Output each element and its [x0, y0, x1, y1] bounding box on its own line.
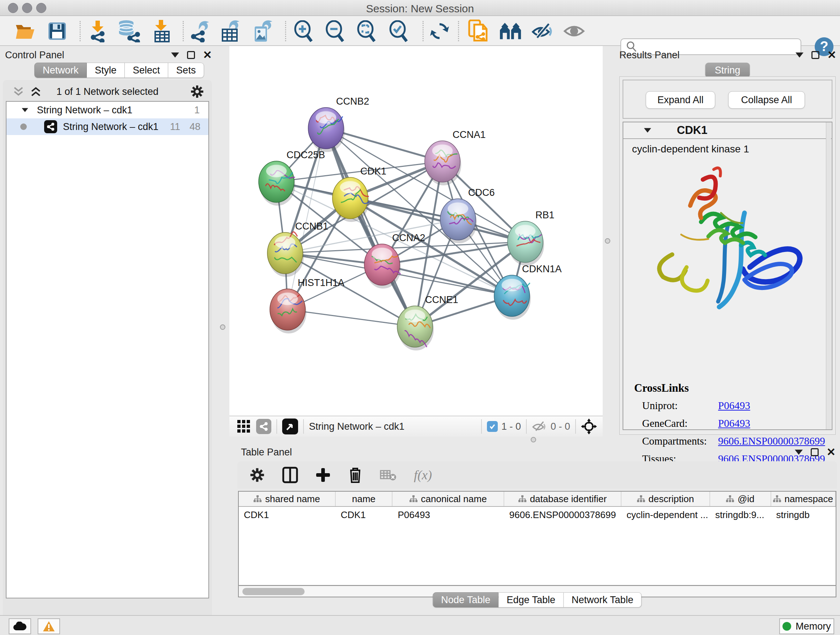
network-collection-row[interactable]: String Network – cdk1 1 [6, 102, 208, 119]
tab-node-table[interactable]: Node Table [433, 592, 499, 608]
import-network-from-database-icon[interactable] [117, 20, 140, 42]
cdk1-expander-icon[interactable] [644, 128, 651, 133]
results-scrollbar[interactable] [826, 122, 831, 429]
table-cell[interactable]: CDK1 [336, 507, 393, 523]
gene-name: CDK1 [677, 124, 707, 137]
table-cell[interactable]: cyclin-dependent ... [622, 507, 710, 523]
collapse-results-icon[interactable] [796, 52, 804, 57]
table-cell[interactable]: P06493 [393, 507, 504, 523]
node-CCNA1[interactable]: CCNA1 [425, 129, 486, 185]
create-column-plus-icon[interactable] [316, 467, 331, 483]
table-cell[interactable]: 9606.ENSP00000378699 [504, 507, 622, 523]
table-options-gear-icon[interactable] [249, 467, 265, 483]
export-network-icon[interactable] [188, 20, 211, 42]
zoom-fit-icon[interactable] [355, 20, 378, 42]
edge-HIST1H1A-CCNE1[interactable] [287, 310, 415, 326]
hide-selected-icon[interactable] [531, 20, 554, 42]
node-label-CCNB1: CCNB1 [295, 221, 328, 232]
save-session-icon[interactable] [46, 20, 69, 42]
node-CCNA2[interactable]: CCNA2 [364, 233, 425, 288]
cloud-status-button[interactable] [9, 618, 31, 634]
memory-button[interactable]: Memory [779, 618, 834, 634]
tab-edge-table[interactable]: Edge Table [499, 592, 564, 608]
column-header-label: shared name [265, 494, 320, 505]
tab-sets[interactable]: Sets [168, 63, 204, 78]
copy-network-icon[interactable] [467, 20, 490, 42]
collapse-panel-icon[interactable] [171, 52, 179, 57]
node-CCNB2[interactable]: CCNB2 [308, 96, 369, 152]
tab-network[interactable]: Network [34, 63, 87, 78]
float-table-icon[interactable] [811, 448, 819, 456]
cdk1-card-header[interactable]: CDK1 [623, 122, 832, 139]
node-CDC25B[interactable]: CDC25B [259, 149, 325, 206]
tab-network-table[interactable]: Network Table [564, 592, 642, 608]
export-image-icon[interactable] [251, 20, 274, 42]
table-row[interactable]: CDK1CDK1P064939606.ENSP00000378699cyclin… [239, 507, 836, 523]
table-cell[interactable]: stringdb [771, 507, 836, 523]
zoom-selected-icon[interactable] [387, 20, 411, 42]
close-results-icon[interactable]: ✕ [827, 51, 836, 59]
tab-string[interactable]: String [706, 63, 750, 78]
network-graph[interactable]: CCNB2CCNA1CDC25BCDK1CDC6RB1CCNB1CCNA2CDK… [229, 46, 603, 416]
warning-status-button[interactable] [38, 618, 60, 634]
bottom-splitter-handle[interactable] [531, 437, 536, 442]
selected-indicator-icon[interactable] [487, 421, 498, 432]
column-header-description[interactable]: description [622, 492, 710, 506]
apply-layout-icon[interactable] [428, 20, 451, 42]
open-session-icon[interactable] [14, 20, 37, 42]
expand-all-button[interactable]: Expand All [646, 91, 715, 109]
tab-select[interactable]: Select [125, 63, 168, 78]
first-neighbors-icon[interactable] [499, 20, 523, 42]
function-builder-icon[interactable]: f(x) [414, 467, 432, 483]
collection-expander-icon[interactable] [22, 108, 28, 112]
delete-column-trash-icon[interactable] [348, 467, 363, 483]
float-panel-icon[interactable] [187, 51, 195, 59]
crosslinks-title: CrossLinks [634, 382, 825, 394]
import-table-icon[interactable] [150, 20, 173, 42]
column-type-icon [637, 495, 645, 502]
right-splitter-handle[interactable] [605, 238, 610, 244]
float-results-icon[interactable] [812, 51, 819, 59]
grid-view-icon[interactable] [237, 420, 250, 433]
import-network-icon[interactable] [86, 20, 109, 42]
collapse-all-button[interactable]: Collapse All [728, 91, 805, 109]
zoom-out-icon[interactable] [324, 20, 347, 42]
network-row[interactable]: String Network – cdk1 11 48 [6, 119, 208, 135]
zoom-in-icon[interactable] [292, 20, 316, 42]
column-header-shared-name[interactable]: shared name [239, 492, 336, 506]
crosslink-link[interactable]: P06493 [718, 417, 750, 429]
column-header-database-identifier[interactable]: database identifier [504, 492, 622, 506]
column-type-icon [726, 495, 734, 502]
network-type-icon [44, 120, 57, 133]
column-header-canonical-name[interactable]: canonical name [393, 492, 504, 506]
tab-style[interactable]: Style [87, 63, 125, 78]
node-label-HIST1H1A: HIST1H1A [298, 277, 344, 288]
detach-view-icon[interactable] [282, 418, 298, 434]
node-CDKN1A[interactable]: CDKN1A [494, 264, 562, 320]
close-table-icon[interactable]: ✕ [827, 448, 836, 456]
column-header--id[interactable]: @id [710, 492, 771, 506]
column-header-namespace[interactable]: namespace [771, 492, 836, 506]
left-splitter-handle[interactable] [220, 325, 225, 330]
export-table-icon[interactable] [219, 20, 242, 42]
table-cell[interactable]: CDK1 [239, 507, 336, 523]
column-header-name[interactable]: name [336, 492, 393, 506]
node-CDC6[interactable]: CDC6 [440, 187, 495, 243]
network-view-type-icon[interactable] [256, 419, 271, 434]
delete-table-icon[interactable] [380, 469, 396, 481]
node-RB1[interactable]: RB1 [508, 210, 554, 266]
node-CCNE1[interactable]: CCNE1 [397, 295, 458, 350]
node-label-CDK1: CDK1 [360, 166, 386, 177]
node-CCNB1[interactable]: CCNB1 [267, 221, 328, 277]
show-all-icon[interactable] [563, 20, 586, 42]
crosslink-link[interactable]: P06493 [718, 400, 750, 412]
collapse-table-icon[interactable] [795, 450, 803, 455]
node-HIST1H1A[interactable]: HIST1H1A [270, 277, 344, 333]
table-cell[interactable]: stringdb:9... [710, 507, 771, 523]
close-panel-icon[interactable]: ✕ [203, 51, 212, 59]
fit-selected-crosshair-icon[interactable] [581, 418, 597, 434]
network-canvas[interactable]: CCNB2CCNA1CDC25BCDK1CDC6RB1CCNB1CCNA2CDK… [229, 46, 603, 437]
edge-CCNA2-CDKN1A[interactable] [382, 264, 512, 296]
show-columns-icon[interactable] [282, 467, 298, 483]
hidden-indicator-icon[interactable] [532, 420, 547, 432]
